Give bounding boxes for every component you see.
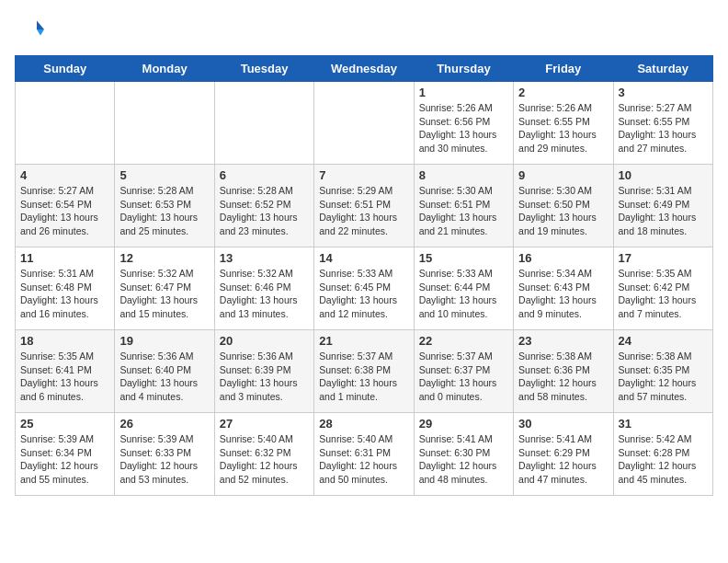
calendar-cell: 5Sunrise: 5:28 AM Sunset: 6:53 PM Daylig… (115, 165, 214, 247)
calendar-cell: 12Sunrise: 5:32 AM Sunset: 6:47 PM Dayli… (115, 247, 214, 330)
day-header-friday: Friday (514, 56, 613, 82)
day-number: 15 (419, 251, 508, 265)
calendar-cell: 17Sunrise: 5:35 AM Sunset: 6:42 PM Dayli… (613, 247, 712, 330)
logo (15, 15, 50, 44)
svg-marker-0 (37, 20, 44, 29)
day-number: 23 (518, 334, 608, 348)
calendar-cell: 8Sunrise: 5:30 AM Sunset: 6:51 PM Daylig… (414, 165, 513, 247)
day-info: Sunrise: 5:34 AM Sunset: 6:43 PM Dayligh… (518, 267, 608, 321)
day-number: 26 (119, 417, 209, 431)
calendar-cell: 7Sunrise: 5:29 AM Sunset: 6:51 PM Daylig… (314, 165, 414, 247)
day-info: Sunrise: 5:33 AM Sunset: 6:44 PM Dayligh… (419, 267, 508, 321)
calendar-cell: 13Sunrise: 5:32 AM Sunset: 6:46 PM Dayli… (214, 247, 313, 330)
day-header-tuesday: Tuesday (214, 56, 313, 82)
calendar-cell: 29Sunrise: 5:41 AM Sunset: 6:30 PM Dayli… (414, 413, 513, 496)
calendar-cell: 31Sunrise: 5:42 AM Sunset: 6:28 PM Dayli… (613, 413, 712, 496)
day-info: Sunrise: 5:31 AM Sunset: 6:48 PM Dayligh… (20, 267, 109, 321)
day-number: 1 (419, 86, 508, 99)
day-number: 19 (119, 334, 209, 348)
calendar-cell: 30Sunrise: 5:41 AM Sunset: 6:29 PM Dayli… (514, 413, 613, 496)
day-info: Sunrise: 5:42 AM Sunset: 6:28 PM Dayligh… (619, 432, 708, 487)
calendar-cell: 15Sunrise: 5:33 AM Sunset: 6:44 PM Dayli… (414, 247, 513, 330)
day-info: Sunrise: 5:27 AM Sunset: 6:54 PM Dayligh… (20, 184, 109, 238)
calendar-week-4: 18Sunrise: 5:35 AM Sunset: 6:41 PM Dayli… (16, 330, 713, 413)
calendar-header-row: SundayMondayTuesdayWednesdayThursdayFrid… (16, 56, 713, 82)
calendar-week-5: 25Sunrise: 5:39 AM Sunset: 6:34 PM Dayli… (16, 413, 713, 496)
day-info: Sunrise: 5:33 AM Sunset: 6:45 PM Dayligh… (319, 267, 408, 321)
day-number: 18 (20, 334, 109, 348)
day-info: Sunrise: 5:30 AM Sunset: 6:51 PM Dayligh… (419, 184, 508, 238)
day-header-saturday: Saturday (613, 56, 712, 82)
day-info: Sunrise: 5:37 AM Sunset: 6:37 PM Dayligh… (419, 350, 508, 404)
day-header-sunday: Sunday (16, 56, 115, 82)
day-number: 31 (619, 417, 708, 431)
calendar-cell: 14Sunrise: 5:33 AM Sunset: 6:45 PM Dayli… (314, 247, 414, 330)
day-info: Sunrise: 5:29 AM Sunset: 6:51 PM Dayligh… (319, 184, 408, 238)
day-info: Sunrise: 5:41 AM Sunset: 6:30 PM Dayligh… (419, 432, 508, 487)
day-number: 30 (518, 417, 608, 431)
calendar-cell (214, 82, 313, 165)
day-info: Sunrise: 5:28 AM Sunset: 6:52 PM Dayligh… (220, 184, 309, 238)
calendar-cell: 11Sunrise: 5:31 AM Sunset: 6:48 PM Dayli… (16, 247, 115, 330)
calendar-cell: 23Sunrise: 5:38 AM Sunset: 6:36 PM Dayli… (514, 330, 613, 413)
calendar-cell: 16Sunrise: 5:34 AM Sunset: 6:43 PM Dayli… (514, 247, 613, 330)
day-info: Sunrise: 5:36 AM Sunset: 6:40 PM Dayligh… (119, 350, 209, 404)
calendar-cell: 28Sunrise: 5:40 AM Sunset: 6:31 PM Dayli… (314, 413, 414, 496)
calendar-cell (314, 82, 414, 165)
day-header-wednesday: Wednesday (314, 56, 414, 82)
day-number: 28 (319, 417, 408, 431)
calendar-cell: 9Sunrise: 5:30 AM Sunset: 6:50 PM Daylig… (514, 165, 613, 247)
day-number: 22 (419, 334, 508, 348)
calendar-cell: 22Sunrise: 5:37 AM Sunset: 6:37 PM Dayli… (414, 330, 513, 413)
calendar-cell: 20Sunrise: 5:36 AM Sunset: 6:39 PM Dayli… (214, 330, 313, 413)
day-info: Sunrise: 5:40 AM Sunset: 6:32 PM Dayligh… (220, 432, 309, 487)
day-number: 5 (119, 168, 209, 182)
day-info: Sunrise: 5:35 AM Sunset: 6:41 PM Dayligh… (20, 350, 109, 404)
calendar-cell: 19Sunrise: 5:36 AM Sunset: 6:40 PM Dayli… (115, 330, 214, 413)
day-info: Sunrise: 5:26 AM Sunset: 6:55 PM Dayligh… (518, 101, 608, 155)
day-info: Sunrise: 5:37 AM Sunset: 6:38 PM Dayligh… (319, 350, 408, 404)
day-number: 14 (319, 251, 408, 265)
day-info: Sunrise: 5:26 AM Sunset: 6:56 PM Dayligh… (419, 101, 508, 155)
day-number: 21 (319, 334, 408, 348)
day-number: 6 (220, 168, 309, 182)
calendar-cell: 18Sunrise: 5:35 AM Sunset: 6:41 PM Dayli… (16, 330, 115, 413)
calendar-cell: 1Sunrise: 5:26 AM Sunset: 6:56 PM Daylig… (414, 82, 513, 165)
calendar-week-1: 1Sunrise: 5:26 AM Sunset: 6:56 PM Daylig… (16, 82, 713, 165)
day-number: 10 (619, 168, 708, 182)
day-info: Sunrise: 5:40 AM Sunset: 6:31 PM Dayligh… (319, 432, 408, 487)
calendar-table: SundayMondayTuesdayWednesdayThursdayFrid… (15, 55, 713, 496)
day-info: Sunrise: 5:31 AM Sunset: 6:49 PM Dayligh… (619, 184, 708, 238)
day-number: 4 (20, 168, 109, 182)
day-info: Sunrise: 5:38 AM Sunset: 6:36 PM Dayligh… (518, 350, 608, 404)
calendar-cell: 26Sunrise: 5:39 AM Sunset: 6:33 PM Dayli… (115, 413, 214, 496)
day-number: 27 (220, 417, 309, 431)
day-info: Sunrise: 5:28 AM Sunset: 6:53 PM Dayligh… (119, 184, 209, 238)
day-number: 29 (419, 417, 508, 431)
day-number: 11 (20, 251, 109, 265)
day-number: 12 (119, 251, 209, 265)
page-header (15, 15, 713, 44)
day-number: 17 (619, 251, 708, 265)
day-info: Sunrise: 5:30 AM Sunset: 6:50 PM Dayligh… (518, 184, 608, 238)
day-info: Sunrise: 5:27 AM Sunset: 6:55 PM Dayligh… (619, 101, 708, 155)
day-info: Sunrise: 5:39 AM Sunset: 6:34 PM Dayligh… (20, 432, 109, 487)
day-header-thursday: Thursday (414, 56, 513, 82)
day-number: 2 (518, 86, 608, 99)
calendar-week-2: 4Sunrise: 5:27 AM Sunset: 6:54 PM Daylig… (16, 165, 713, 247)
day-info: Sunrise: 5:38 AM Sunset: 6:35 PM Dayligh… (619, 350, 708, 404)
day-number: 24 (619, 334, 708, 348)
day-info: Sunrise: 5:41 AM Sunset: 6:29 PM Dayligh… (518, 432, 608, 487)
day-info: Sunrise: 5:32 AM Sunset: 6:47 PM Dayligh… (119, 267, 209, 321)
logo-icon (15, 15, 44, 44)
day-number: 13 (220, 251, 309, 265)
calendar-cell: 10Sunrise: 5:31 AM Sunset: 6:49 PM Dayli… (613, 165, 712, 247)
day-number: 25 (20, 417, 109, 431)
day-number: 7 (319, 168, 408, 182)
calendar-cell: 6Sunrise: 5:28 AM Sunset: 6:52 PM Daylig… (214, 165, 313, 247)
calendar-cell: 25Sunrise: 5:39 AM Sunset: 6:34 PM Dayli… (16, 413, 115, 496)
calendar-cell: 4Sunrise: 5:27 AM Sunset: 6:54 PM Daylig… (16, 165, 115, 247)
day-info: Sunrise: 5:39 AM Sunset: 6:33 PM Dayligh… (119, 432, 209, 487)
calendar-cell: 3Sunrise: 5:27 AM Sunset: 6:55 PM Daylig… (613, 82, 712, 165)
day-info: Sunrise: 5:36 AM Sunset: 6:39 PM Dayligh… (220, 350, 309, 404)
